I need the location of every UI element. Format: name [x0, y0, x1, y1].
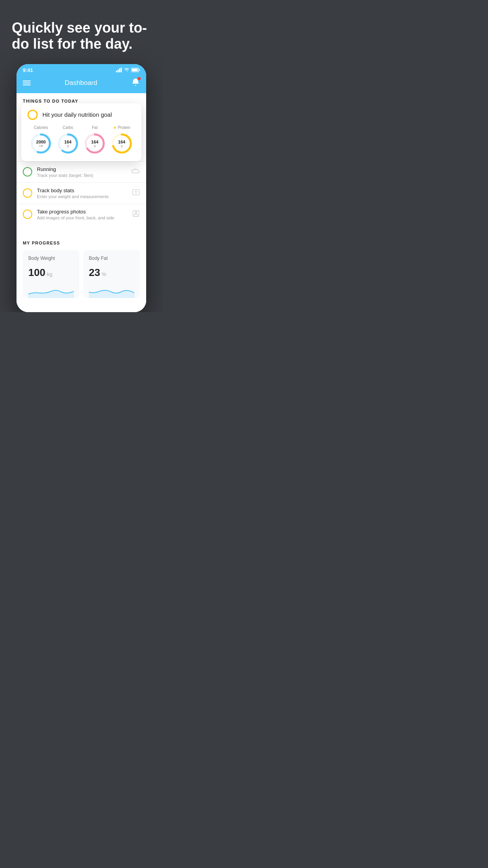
- svg-rect-0: [116, 71, 117, 72]
- fat-ring: 164 g: [83, 132, 106, 155]
- nutrition-carbs: Carbs 164 g: [57, 125, 79, 155]
- todo-item-body-stats[interactable]: Track body stats Enter your weight and m…: [17, 182, 146, 204]
- carbs-ring: 164 g: [57, 132, 79, 155]
- bell-button[interactable]: [131, 78, 140, 88]
- shoe-icon: [131, 167, 140, 177]
- todo-circle-body-stats: [23, 188, 32, 198]
- person-icon: [132, 210, 140, 219]
- protein-ring: 164 g: [110, 132, 133, 155]
- status-bar: 9:41: [17, 64, 146, 75]
- progress-header: MY PROGRESS: [23, 241, 140, 245]
- svg-rect-2: [119, 68, 120, 72]
- todo-item-running[interactable]: Running Track your stats (target: 5km): [17, 161, 146, 182]
- todo-subtitle-running: Track your stats (target: 5km): [37, 173, 127, 178]
- content-area: THINGS TO DO TODAY Hit your daily nutrit…: [17, 93, 146, 312]
- body-weight-value: 100: [28, 267, 45, 279]
- nutrition-check-circle[interactable]: [28, 110, 38, 120]
- phone-mockup: 9:41: [17, 64, 146, 312]
- notification-dot: [138, 77, 141, 80]
- nutrition-protein: ★ Protein 164 g: [110, 125, 133, 155]
- body-weight-card[interactable]: Body Weight 100 kg: [23, 250, 79, 298]
- progress-cards: Body Weight 100 kg Body Fat: [23, 250, 140, 298]
- hero-section: Quickly see your to-do list for the day.: [0, 0, 163, 64]
- battery-icon: [131, 68, 140, 72]
- nutrition-fat: Fat 164 g: [83, 125, 106, 155]
- svg-point-17: [135, 211, 137, 213]
- hamburger-button[interactable]: [23, 81, 31, 85]
- calories-ring: 2000 cal: [29, 132, 52, 155]
- scale-icon: [132, 188, 140, 198]
- star-icon: ★: [113, 125, 117, 130]
- svg-rect-1: [117, 70, 119, 72]
- nutrition-calories: Calories 2000 cal: [29, 125, 52, 155]
- wifi-icon: [124, 68, 130, 72]
- todo-subtitle-photos: Add images of your front, back, and side: [37, 215, 127, 220]
- svg-rect-5: [139, 69, 140, 71]
- todo-item-photos[interactable]: Take progress photos Add images of your …: [17, 204, 146, 225]
- todo-list: Running Track your stats (target: 5km) T…: [17, 161, 146, 225]
- todo-title-running: Running: [37, 166, 127, 172]
- todo-title-body-stats: Track body stats: [37, 188, 127, 193]
- nutrition-card[interactable]: Hit your daily nutrition goal Calories 2…: [21, 103, 141, 161]
- nav-bar: Dashboard: [17, 75, 146, 93]
- todo-subtitle-body-stats: Enter your weight and measurements: [37, 194, 127, 199]
- signal-icon: [116, 68, 122, 72]
- phone-bottom: [17, 304, 146, 312]
- body-fat-unit: %: [102, 271, 106, 277]
- svg-rect-3: [121, 68, 122, 72]
- body-fat-title: Body Fat: [89, 256, 134, 261]
- body-weight-chart: [28, 284, 74, 298]
- body-fat-chart: [89, 284, 134, 298]
- hero-title: Quickly see your to-do list for the day.: [12, 20, 151, 52]
- progress-section: MY PROGRESS Body Weight 100 kg: [17, 233, 146, 304]
- body-fat-card[interactable]: Body Fat 23 %: [83, 250, 140, 298]
- nutrition-circles: Calories 2000 cal Carbs: [28, 125, 135, 155]
- svg-rect-6: [132, 69, 138, 72]
- status-time: 9:41: [23, 67, 33, 73]
- body-fat-value: 23: [89, 267, 100, 279]
- body-weight-unit: kg: [47, 271, 52, 277]
- todo-circle-running: [23, 167, 32, 177]
- nav-title: Dashboard: [64, 79, 97, 87]
- nutrition-card-title: Hit your daily nutrition goal: [42, 111, 112, 118]
- body-weight-title: Body Weight: [28, 256, 74, 261]
- todo-title-photos: Take progress photos: [37, 209, 127, 215]
- todo-circle-photos: [23, 210, 32, 219]
- status-icons: [116, 68, 140, 72]
